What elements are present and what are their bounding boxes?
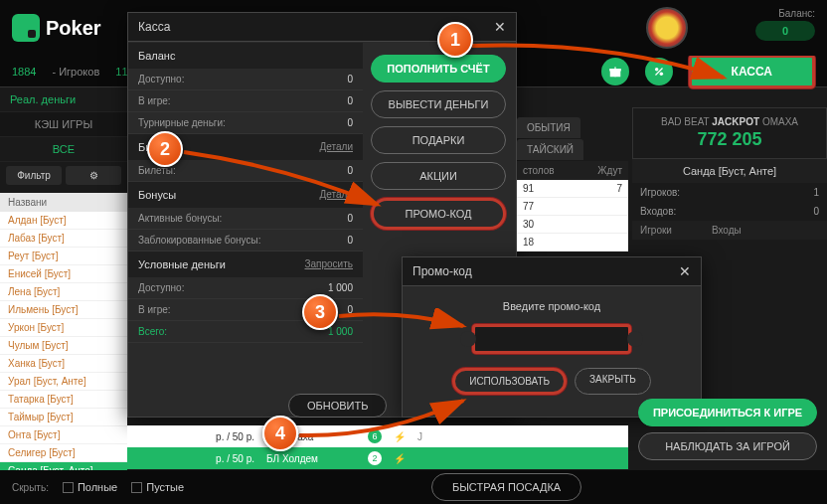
kassa-modal-title: Касса xyxy=(138,20,170,34)
jackpot-amount: 772 205 xyxy=(641,129,818,150)
close-icon[interactable]: ✕ xyxy=(494,19,506,35)
list-item[interactable]: Урал [Буст, Анте] xyxy=(0,373,127,391)
kassa-button[interactable]: КАССА xyxy=(689,55,815,88)
checkbox-empty[interactable]: Пустые xyxy=(131,481,184,494)
callout-3: 3 xyxy=(302,294,338,330)
promo-code-button[interactable]: ПРОМО-КОД xyxy=(371,198,506,230)
topup-button[interactable]: ПОПОЛНИТЬ СЧЁТ xyxy=(371,55,506,83)
list-item[interactable]: Онта [Буст] xyxy=(0,426,127,444)
promo-input-wrap xyxy=(452,324,651,354)
actions-button[interactable]: АКЦИИ xyxy=(371,162,506,190)
game-list: Названи Алдан [Буст] Лабаз [Буст] Реут [… xyxy=(0,193,127,480)
list-item[interactable]: Лабаз [Буст] xyxy=(0,230,127,248)
promo-modal: Промо-код ✕ Введите промо-код ИСПОЛЬЗОВА… xyxy=(402,256,702,418)
balance-value[interactable]: 0 xyxy=(755,21,815,41)
tabs: ОБЫТИЯ xyxy=(517,117,580,138)
list-item[interactable]: Реут [Буст] xyxy=(0,248,127,265)
kassa-buttons: ПОПОЛНИТЬ СЧЁТ ВЫВЕСТИ ДЕНЬГИ ПОДАРКИ АК… xyxy=(361,43,516,242)
gifts-button[interactable]: ПОДАРКИ xyxy=(371,126,506,154)
footer: Скрыть: Полные Пустые БЫСТРАЯ ПОСАДКА xyxy=(0,470,827,504)
logo-icon xyxy=(12,14,40,42)
withdraw-button[interactable]: ВЫВЕСТИ ДЕНЬГИ xyxy=(371,90,506,118)
nav-all[interactable]: ВСЕ xyxy=(0,137,127,162)
promo-label: Введите промо-код xyxy=(416,300,687,312)
ticket-notch-icon xyxy=(627,331,643,347)
list-item[interactable]: Чулым [Буст] xyxy=(0,337,127,355)
players-count: 1884 xyxy=(12,66,36,78)
right-actions: ПРИСОЕДИНИТЬСЯ К ИГРЕ НАБЛЮДАТЬ ЗА ИГРОЙ xyxy=(638,399,817,460)
tab-chinese[interactable]: ТАЙСКИЙ xyxy=(517,139,583,160)
svg-point-3 xyxy=(655,67,659,71)
gift-icon[interactable] xyxy=(601,58,629,85)
list-item[interactable]: Алдан [Буст] xyxy=(0,212,127,230)
list-item[interactable]: Татарка [Буст] xyxy=(0,391,127,409)
logo-text: Poker xyxy=(46,17,101,40)
logo: Poker xyxy=(12,14,101,42)
nav-real-money[interactable]: Реал. деньги xyxy=(0,87,127,112)
promo-code-input[interactable] xyxy=(472,324,631,354)
list-item[interactable]: Енисей [Буст] xyxy=(0,265,127,283)
join-game-button[interactable]: ПРИСОЕДИНИТЬСЯ К ИГРЕ xyxy=(638,399,817,426)
watch-game-button[interactable]: НАБЛЮДАТЬ ЗА ИГРОЙ xyxy=(638,432,817,460)
bottom-rows: р. / 50 р.ПЛ Омаха6⚡J р. / 50 р.БЛ Холде… xyxy=(127,425,628,469)
list-item[interactable]: Таймыр [Буст] xyxy=(0,409,127,426)
close-button[interactable]: ЗАКРЫТЬ xyxy=(575,368,651,395)
jackpot-title: BAD BEAT JACKPOT ОМАХА xyxy=(641,116,818,127)
list-item[interactable]: Ильмень [Буст] xyxy=(0,301,127,319)
list-item[interactable]: Ханка [Буст] xyxy=(0,355,127,373)
left-nav: Реал. деньги КЭШ ИГРЫ ВСЕ Фильтр ⚙ xyxy=(0,87,127,189)
kassa-sidebar: Баланс Доступно:0 В игре:0 Турнирные ден… xyxy=(128,43,363,417)
hide-label: Скрыть: xyxy=(12,482,49,493)
list-header: Названи xyxy=(0,193,127,212)
section-bonuses: БонусыДетали xyxy=(128,182,363,208)
callout-2: 2 xyxy=(147,131,183,167)
promo-modal-header[interactable]: Промо-код ✕ xyxy=(403,257,701,286)
settings-icon[interactable]: ⚙ xyxy=(66,166,121,185)
checkbox-full[interactable]: Полные xyxy=(63,481,117,494)
balance-label: Баланс: xyxy=(755,8,815,19)
section-play-money: Условные деньгиЗапросить xyxy=(128,252,363,277)
filter-button[interactable]: Фильтр xyxy=(6,166,62,185)
section-balance: Баланс xyxy=(128,43,363,69)
use-button[interactable]: ИСПОЛЬЗОВАТЬ xyxy=(452,368,567,395)
list-item[interactable]: Селигер [Буст] xyxy=(0,444,127,462)
players-label: - Игроков xyxy=(52,66,99,78)
nav-cash-games[interactable]: КЭШ ИГРЫ xyxy=(0,112,127,137)
right-table-title: Санда [Буст, Анте] xyxy=(632,159,827,183)
list-item[interactable]: Лена [Буст] xyxy=(0,283,127,301)
balance-box: Баланс: 0 xyxy=(755,8,815,41)
close-icon[interactable]: ✕ xyxy=(679,263,691,279)
fast-seat-button[interactable]: БЫСТРАЯ ПОСАДКА xyxy=(431,473,581,501)
callout-4: 4 xyxy=(262,416,298,451)
tab-events[interactable]: ОБЫТИЯ xyxy=(517,117,580,138)
table-row-selected[interactable]: р. / 50 р.БЛ Холдем2⚡ xyxy=(127,447,628,469)
update-button[interactable]: ОБНОВИТЬ xyxy=(288,394,387,418)
promo-modal-title: Промо-код xyxy=(413,264,472,278)
list-item[interactable]: Уркон [Буст] xyxy=(0,319,127,337)
promo-icon[interactable] xyxy=(645,58,673,85)
svg-point-4 xyxy=(659,72,663,76)
ticket-notch-icon xyxy=(460,331,476,347)
right-panel: BAD BEAT JACKPOT ОМАХА 772 205 Санда [Бу… xyxy=(632,107,827,240)
avatar[interactable] xyxy=(646,7,688,49)
callout-1: 1 xyxy=(437,22,473,58)
svg-rect-2 xyxy=(614,67,615,77)
jackpot-box[interactable]: BAD BEAT JACKPOT ОМАХА 772 205 xyxy=(632,107,827,159)
mid-table: столовЖдут 917 77 30 18 xyxy=(517,161,628,252)
